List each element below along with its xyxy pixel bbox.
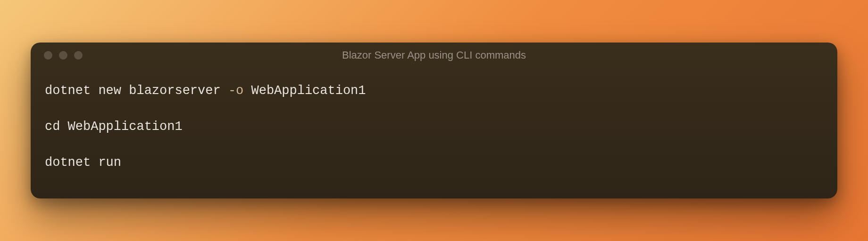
code-line: dotnet new blazorserver -o WebApplicatio… xyxy=(45,82,823,100)
minimize-button[interactable] xyxy=(59,51,67,60)
code-token: WebApplication1 xyxy=(243,84,366,98)
window-title: Blazor Server App using CLI commands xyxy=(342,49,526,61)
code-token: cd WebApplication1 xyxy=(45,120,183,134)
code-token: dotnet run xyxy=(45,155,121,170)
code-line: cd WebApplication1 xyxy=(45,118,823,136)
maximize-button[interactable] xyxy=(74,51,83,60)
code-line: dotnet run xyxy=(45,154,823,172)
titlebar: Blazor Server App using CLI commands xyxy=(31,43,837,68)
terminal-content[interactable]: dotnet new blazorserver -o WebApplicatio… xyxy=(31,68,837,186)
traffic-lights xyxy=(31,51,83,60)
code-flag: -o xyxy=(228,84,243,98)
code-token: dotnet new blazorserver xyxy=(45,84,228,98)
close-button[interactable] xyxy=(44,51,52,60)
terminal-window: Blazor Server App using CLI commands dot… xyxy=(31,43,837,198)
